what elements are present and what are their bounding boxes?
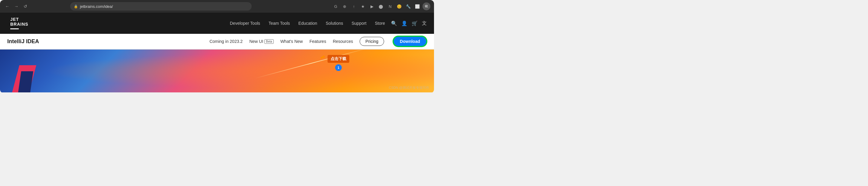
translate-icon[interactable]: ⊕ [341,2,349,10]
extensions-icon[interactable]: 🔧 [404,2,412,10]
download-button[interactable]: Download [393,36,427,46]
logo-text-line1: JET [10,17,28,22]
nav-link-education[interactable]: Education [299,21,317,26]
browser-actions: G ⊕ ↑ ★ ▶ ⬤ N 😊 🔧 ⬜ 晓 [332,2,430,10]
google-icon[interactable]: G [332,2,340,10]
csdn-watermark: CSDN @测试开发专项写作 [389,85,429,90]
sub-nav-features[interactable]: Features [309,39,326,44]
nav-link-developer-tools[interactable]: Developer Tools [230,21,260,26]
back-button[interactable]: ← [4,3,11,10]
sub-nav-links: Coming in 2023.2 New UIBeta What's New F… [210,36,427,46]
translate-nav-icon[interactable]: 文 [422,20,427,27]
product-name: IntelliJ IDEA [7,38,39,45]
user-icon[interactable]: 👤 [401,21,407,26]
pricing-button[interactable]: Pricing [360,37,384,46]
nav-links: Developer Tools Team Tools Education Sol… [230,21,385,26]
browser-controls: ← → ↺ [4,3,29,10]
annotation-arrow: ➡ [319,53,327,62]
sub-nav: IntelliJ IDEA Coming in 2023.2 New UIBet… [0,34,434,49]
forward-button[interactable]: → [13,3,20,10]
split-icon[interactable]: ⬜ [413,2,421,10]
extension2-icon[interactable]: ⬤ [377,2,385,10]
nav-icons: 🔍 👤 🛒 文 [391,20,427,27]
search-icon[interactable]: 🔍 [391,21,397,26]
cart-icon[interactable]: 🛒 [412,21,418,26]
main-content: JET BRAINS Developer Tools Team Tools Ed… [0,13,434,92]
emoji-icon[interactable]: 😊 [395,2,403,10]
screenshot-icon[interactable]: ↑ [350,2,358,10]
beta-badge: Beta [264,39,274,44]
sub-nav-resources[interactable]: Resources [333,39,353,44]
nav-link-support[interactable]: Support [351,21,366,26]
hero-light-beam [255,49,372,78]
extension1-icon[interactable]: ▶ [368,2,376,10]
nav-link-store[interactable]: Store [375,21,385,26]
annotation-group: ➡ 点击下载 1 [328,55,349,71]
address-bar[interactable]: 🔒 jetbrains.com/idea/ [70,2,252,10]
nav-link-team-tools[interactable]: Team Tools [269,21,290,26]
hero-banner: ➡ 点击下载 1 CSDN @测试开发专项写作 [0,49,434,92]
annotation-label: 点击下载 [328,55,349,63]
sub-nav-whats-new[interactable]: What's New [280,39,303,44]
bookmark-icon[interactable]: ★ [359,2,367,10]
reload-button[interactable]: ↺ [22,3,29,10]
url-text: jetbrains.com/idea/ [80,4,113,9]
sub-nav-new-ui[interactable]: New UIBeta [249,39,273,44]
nav-link-solutions[interactable]: Solutions [326,21,343,26]
annotation-circle: 1 [335,64,342,71]
jetbrains-logo[interactable]: JET BRAINS [7,15,31,32]
top-nav: JET BRAINS Developer Tools Team Tools Ed… [0,13,434,34]
sub-nav-coming[interactable]: Coming in 2023.2 [210,39,243,44]
logo-text-line2: BRAINS [10,22,28,27]
browser-chrome: ← → ↺ 🔒 jetbrains.com/idea/ G ⊕ ↑ ★ ▶ ⬤ … [0,0,434,13]
user-avatar-button[interactable]: 晓 [423,2,430,10]
lock-icon: 🔒 [74,4,78,8]
new-ui-label: New UI [249,39,263,44]
logo-underline [10,28,19,29]
notion-icon[interactable]: N [386,2,394,10]
